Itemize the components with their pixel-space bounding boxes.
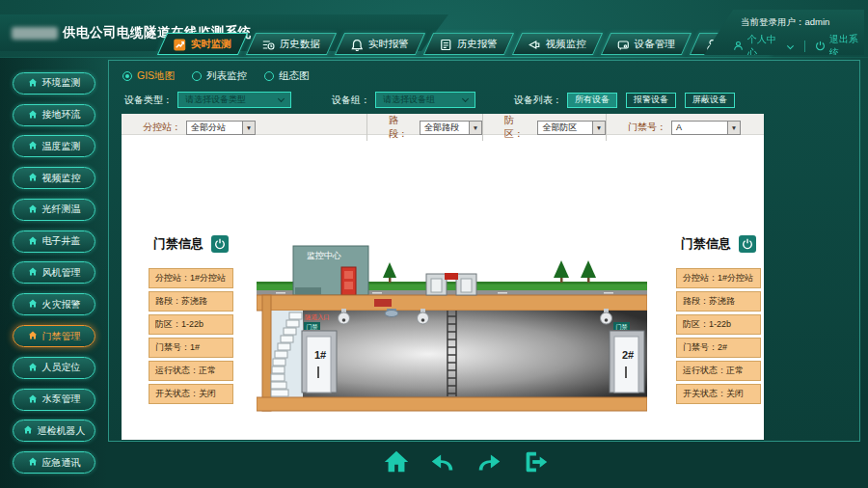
sidebar-item-label: 光纤测温 bbox=[42, 203, 81, 216]
door-power-button[interactable] bbox=[211, 235, 229, 253]
sidebar-item-manhole-cover[interactable]: 电子井盖 bbox=[13, 230, 95, 253]
door-info-row: 门禁号：2# bbox=[676, 338, 761, 358]
sidebar-item-fan-manage[interactable]: 风机管理 bbox=[13, 261, 95, 284]
device-list-label: 设备列表： bbox=[514, 94, 562, 107]
door-number: 1# bbox=[314, 349, 326, 361]
radio-schematic[interactable]: 组态图 bbox=[264, 69, 310, 83]
home-icon bbox=[28, 363, 38, 373]
home-icon bbox=[28, 299, 38, 310]
zone-select[interactable]: 全部防区▼ bbox=[537, 121, 606, 135]
sidebar-item-label: 接地环流 bbox=[42, 108, 81, 122]
tab-video-monitor[interactable]: 视频监控 bbox=[512, 33, 603, 55]
door-tag: 门禁 bbox=[307, 323, 318, 331]
home-icon bbox=[28, 236, 38, 247]
main-nav-tabs: 实时监测 历史数据 实时报警 历史报警 bbox=[162, 33, 775, 55]
divider bbox=[804, 41, 805, 52]
sidebar-item-label: 火灾报警 bbox=[42, 298, 81, 312]
sidebar-item-label: 巡检机器人 bbox=[38, 424, 86, 438]
header-divider bbox=[0, 57, 868, 58]
sidebar-item-fiber-temp[interactable]: 光纤测温 bbox=[13, 199, 95, 221]
dropdown-arrow-icon: ▼ bbox=[592, 122, 605, 134]
sidebar-item-door-access[interactable]: 门禁管理 bbox=[13, 325, 95, 347]
sidebar-item-personnel-locate[interactable]: 人员定位 bbox=[13, 357, 95, 379]
tree bbox=[581, 260, 596, 283]
door-info-panel-1: 门禁信息 分控站：1#分控站 路段：苏浇路 防区：1-22b 门禁号：1# 运行… bbox=[149, 235, 233, 404]
door-info-row: 分控站：1#分控站 bbox=[676, 268, 761, 288]
device-type-value: 请选择设备类型 bbox=[185, 94, 246, 106]
device-icon bbox=[617, 38, 630, 50]
tab-label: 历史报警 bbox=[457, 38, 498, 51]
tab-device-manage[interactable]: 设备管理 bbox=[601, 33, 692, 55]
person-icon bbox=[733, 41, 744, 53]
door-2[interactable]: 门禁 2# bbox=[610, 322, 644, 393]
device-type-select[interactable]: 请选择设备类型 bbox=[177, 92, 291, 108]
tab-realtime-monitor[interactable]: 实时监测 bbox=[157, 33, 248, 55]
power-icon bbox=[815, 41, 826, 53]
tab-label: 设备管理 bbox=[635, 38, 675, 51]
tunnel-top-slab bbox=[257, 295, 647, 311]
tab-history-data[interactable]: 历史数据 bbox=[246, 33, 337, 55]
radio-list-monitor[interactable]: 列表监控 bbox=[192, 69, 247, 83]
road-select[interactable]: 全部路段▼ bbox=[420, 121, 482, 135]
monitoring-center-building: 监控中心 bbox=[293, 246, 368, 295]
door-tag: 门禁 bbox=[616, 323, 628, 331]
door-info-panel-2: 门禁信息 分控站：1#分控站 路段：苏浇路 防区：1-22b 门禁号：2# 运行… bbox=[676, 235, 761, 404]
door-1[interactable]: 门禁 1# bbox=[302, 322, 337, 393]
station-select[interactable]: 全部分站▼ bbox=[186, 121, 256, 135]
home-icon bbox=[28, 141, 38, 151]
door-info-row: 运行状态：正常 bbox=[676, 361, 761, 381]
home-button[interactable] bbox=[380, 446, 413, 478]
sidebar-item-video-monitor[interactable]: 视频监控 bbox=[13, 167, 95, 189]
exit-button[interactable] bbox=[519, 446, 552, 478]
sidebar-item-emergency-comm[interactable]: 应急通讯 bbox=[13, 451, 95, 474]
sidebar-item-label: 门禁管理 bbox=[42, 330, 81, 343]
sidebar-item-temp-monitor[interactable]: 温度监测 bbox=[13, 135, 95, 157]
road-value: 全部路段 bbox=[424, 122, 459, 134]
home-icon bbox=[28, 394, 38, 405]
sidebar-item-fire-alarm[interactable]: 火灾报警 bbox=[13, 293, 95, 315]
shielded-devices-button[interactable]: 屏蔽设备 bbox=[685, 93, 735, 108]
device-group-select[interactable]: 请选择设备组 bbox=[375, 92, 475, 108]
sidebar-item-label: 视频监控 bbox=[42, 172, 81, 185]
sidebar-item-pump-manage[interactable]: 水泵管理 bbox=[13, 389, 95, 411]
redo-button[interactable] bbox=[473, 446, 505, 478]
home-icon bbox=[28, 331, 38, 341]
radio-label: 组态图 bbox=[279, 69, 310, 83]
view-switch: GIS地图 列表监控 组态图 bbox=[122, 69, 310, 83]
sidebar-item-label: 水泵管理 bbox=[42, 393, 81, 406]
all-devices-button[interactable]: 所有设备 bbox=[567, 93, 617, 108]
door-info-row: 门禁号：1# bbox=[149, 338, 233, 358]
door-info-title: 门禁信息 bbox=[153, 235, 203, 253]
home-icon bbox=[28, 457, 38, 468]
door-no-select[interactable]: A▼ bbox=[671, 121, 741, 135]
device-filter-row: 设备类型： 请选择设备类型 设备组： 请选择设备组 设备列表： 所有设备 报警设… bbox=[124, 92, 744, 108]
profile-link[interactable]: 个人中心 bbox=[747, 33, 782, 60]
logout-link[interactable]: 退出系统 bbox=[829, 33, 864, 60]
radio-gis-map[interactable]: GIS地图 bbox=[122, 69, 175, 83]
ceiling-sign bbox=[374, 299, 392, 307]
door-number: 2# bbox=[622, 349, 634, 361]
sidebar-item-label: 环境监测 bbox=[42, 76, 81, 90]
door-info-row: 开关状态：关闭 bbox=[676, 384, 761, 404]
sidebar-item-env-monitor[interactable]: 环境监测 bbox=[13, 72, 95, 95]
tree bbox=[554, 260, 569, 283]
door-power-button[interactable] bbox=[739, 235, 756, 253]
door-info-row: 路段：苏浇路 bbox=[149, 291, 233, 312]
dropdown-arrow-icon: ▼ bbox=[469, 122, 481, 134]
tab-realtime-alarm[interactable]: 实时报警 bbox=[335, 33, 425, 55]
door-info-row: 防区：1-22b bbox=[149, 314, 233, 335]
sidebar-item-ground-current[interactable]: 接地环流 bbox=[13, 104, 95, 126]
sidebar-item-label: 人员定位 bbox=[42, 361, 81, 374]
radio-dot bbox=[122, 71, 132, 81]
tree bbox=[383, 262, 396, 283]
realtime-monitor-icon bbox=[174, 38, 186, 50]
tab-label: 实时监测 bbox=[191, 38, 231, 51]
undo-button[interactable] bbox=[426, 446, 459, 478]
alarm-devices-button[interactable]: 报警设备 bbox=[626, 93, 676, 108]
filter-bar: 分控站： 全部分站▼ 路段： 全部路段▼ 防区： 全部防区▼ 门禁号： A▼ bbox=[122, 114, 764, 135]
chevron-down-icon bbox=[462, 95, 469, 102]
tab-history-alarm[interactable]: 历史报警 bbox=[423, 33, 514, 55]
sidebar-item-label: 风机管理 bbox=[42, 266, 81, 280]
sidebar-item-patrol-robot[interactable]: 巡检机器人 bbox=[13, 420, 95, 442]
door-info-title: 门禁信息 bbox=[681, 235, 731, 253]
